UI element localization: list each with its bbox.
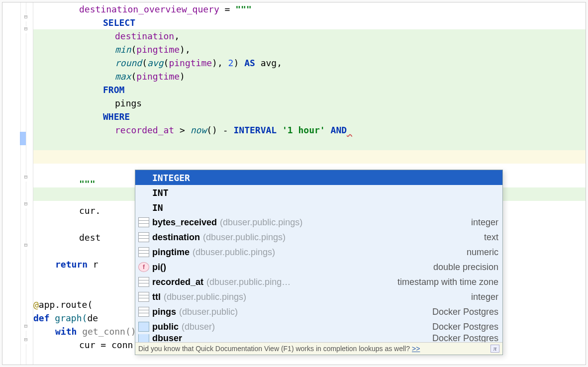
completion-label: INTEGER <box>152 173 190 183</box>
completion-item[interactable]: pings(dbuser.public)Docker Postgres <box>135 304 502 319</box>
completion-label: pingtime <box>152 247 190 258</box>
editor-frame: ⊟ ⊟ ⊟ ⊟ ⊟ ⊟ ⊟ destination_overview_query… <box>2 2 586 365</box>
completion-label: destination <box>152 232 200 243</box>
completion-type: timestamp with time zone <box>397 277 498 287</box>
completion-type: numeric <box>467 247 498 258</box>
code-line[interactable]: recorded_at > now() - INTERVAL '1 hour' … <box>33 123 586 137</box>
fold-marker-icon[interactable]: ⊟ <box>22 14 29 21</box>
gutter: ⊟ ⊟ ⊟ ⊟ ⊟ ⊟ ⊟ <box>2 2 33 365</box>
code-line[interactable]: WHERE <box>33 110 586 123</box>
code-line[interactable]: round(avg(pingtime), 2) AS avg, <box>33 56 586 70</box>
code-line[interactable] <box>33 150 586 164</box>
completion-qualifier: (dbuser.public.pings) <box>203 232 286 243</box>
completion-label: recorded_at <box>152 277 203 287</box>
completion-item[interactable]: INTEGER <box>135 170 502 185</box>
fold-marker-icon[interactable]: ⊟ <box>22 26 29 33</box>
code-line[interactable]: min(pingtime), <box>33 43 586 56</box>
completion-item[interactable]: dbuserDocker Postgres <box>135 334 502 342</box>
completion-type: text <box>484 232 498 243</box>
completion-popup[interactable]: INTEGERINTINbytes_received(dbuser.public… <box>135 170 503 355</box>
completion-qualifier: (dbuser.public.ping… <box>206 277 291 287</box>
code-line[interactable]: max(pingtime) <box>33 70 586 83</box>
fold-marker-icon[interactable]: ⊟ <box>22 337 29 344</box>
completion-item[interactable]: destination(dbuser.public.pings)text <box>135 230 502 245</box>
table-icon <box>138 217 149 227</box>
fold-marker-icon[interactable]: ⊟ <box>22 243 29 250</box>
fold-marker-icon[interactable]: ⊟ <box>22 201 29 208</box>
completion-label: INT <box>152 187 169 198</box>
completion-type: integer <box>471 217 498 228</box>
table-icon <box>138 277 149 287</box>
completion-type: Docker Postgres <box>432 334 498 342</box>
code-line[interactable]: pings <box>33 96 586 110</box>
completion-label: bytes_received <box>152 217 217 228</box>
completion-label: ttl <box>152 292 161 302</box>
code-line[interactable]: destination_overview_query = """ <box>33 2 586 16</box>
completion-type: Docker Postgres <box>432 307 498 317</box>
completion-item[interactable]: recorded_at(dbuser.public.ping…timestamp… <box>135 275 502 289</box>
table-icon <box>138 232 149 242</box>
table-icon <box>138 247 149 257</box>
completion-label: dbuser <box>152 334 182 342</box>
pi-icon[interactable]: π <box>490 345 499 353</box>
code-line[interactable]: destination, <box>33 29 586 43</box>
completion-item[interactable]: ttl(dbuser.public.pings)integer <box>135 289 502 304</box>
completion-qualifier: (dbuser.public.pings) <box>164 292 246 302</box>
blank-icon <box>138 202 149 212</box>
completion-item[interactable]: bytes_received(dbuser.public.pings)integ… <box>135 215 502 230</box>
tip-text: Did you know that Quick Documentation Vi… <box>138 345 410 353</box>
blank-icon <box>138 187 149 197</box>
completion-item[interactable]: IN <box>135 200 502 215</box>
completion-label: pi() <box>152 262 166 273</box>
completion-item[interactable]: pingtime(dbuser.public.pings)numeric <box>135 245 502 260</box>
completion-item[interactable]: public(dbuser)Docker Postgres <box>135 319 502 334</box>
code-line[interactable]: SELECT <box>33 16 586 29</box>
completion-qualifier: (dbuser.public.pings) <box>193 247 275 258</box>
completion-tip: Did you know that Quick Documentation Vi… <box>135 342 502 355</box>
completion-label: IN <box>152 202 163 213</box>
schema-icon <box>138 334 149 342</box>
completion-item[interactable]: INT <box>135 185 502 200</box>
tip-link[interactable]: >> <box>412 345 420 353</box>
table-icon <box>138 292 149 302</box>
code-area[interactable]: destination_overview_query = """ SELECT … <box>33 2 586 365</box>
fold-marker-icon[interactable]: ⊟ <box>22 175 29 182</box>
code-line[interactable] <box>33 137 586 150</box>
blank-icon <box>138 173 149 183</box>
completion-qualifier: (dbuser.public.pings) <box>220 217 302 228</box>
code-line[interactable]: FROM <box>33 83 586 96</box>
schema-icon <box>138 322 149 332</box>
table-icon <box>138 307 149 317</box>
completion-item[interactable]: fpi()double precision <box>135 260 502 275</box>
completion-type: integer <box>471 292 498 302</box>
completion-label: pings <box>152 307 176 317</box>
completion-type: double precision <box>433 262 498 273</box>
fold-marker-icon[interactable]: ⊟ <box>22 324 29 331</box>
completion-qualifier: (dbuser.public) <box>179 307 238 317</box>
completion-label: public <box>152 322 179 332</box>
completion-qualifier: (dbuser) <box>182 322 215 332</box>
function-icon: f <box>138 262 149 272</box>
completion-type: Docker Postgres <box>432 322 498 332</box>
change-marker <box>20 132 26 145</box>
